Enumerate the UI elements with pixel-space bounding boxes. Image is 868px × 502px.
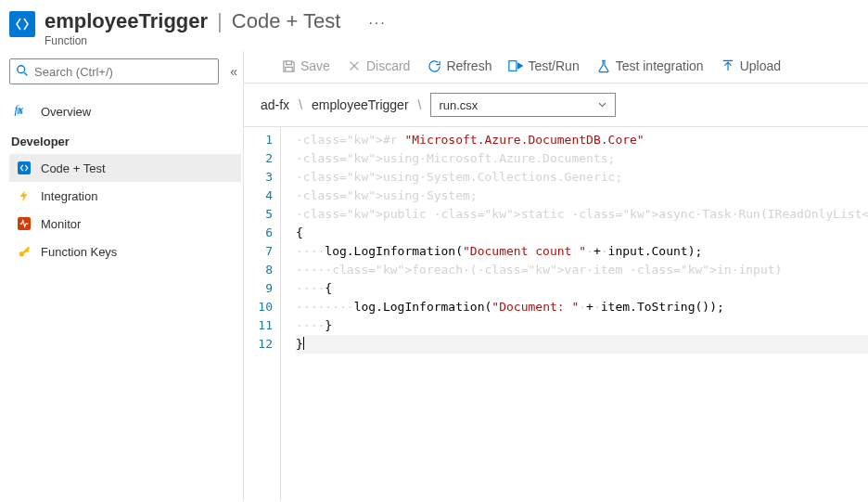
chevron-down-icon bbox=[597, 98, 607, 112]
line-number-gutter: 123456789101112 bbox=[244, 127, 281, 501]
sidebar-item-label: Monitor bbox=[41, 217, 81, 231]
sidebar-item-label: Overview bbox=[41, 105, 91, 119]
search-input[interactable] bbox=[34, 65, 212, 79]
toolbar: Save Discard Refresh Test/Run bbox=[244, 51, 868, 84]
more-actions-button[interactable]: ··· bbox=[368, 15, 386, 32]
key-icon bbox=[17, 244, 32, 259]
breadcrumb-function[interactable]: employeeTrigger bbox=[312, 97, 409, 112]
page-subtitle: Code + Test bbox=[232, 9, 341, 33]
upload-button[interactable]: Upload bbox=[721, 58, 781, 73]
toolbar-label: Refresh bbox=[446, 58, 491, 73]
code-editor[interactable]: 123456789101112 ·class="kw">#r "Microsof… bbox=[244, 126, 868, 501]
save-icon bbox=[281, 58, 296, 73]
discard-button[interactable]: Discard bbox=[347, 58, 410, 73]
sidebar-item-label: Function Keys bbox=[41, 245, 117, 259]
monitor-icon bbox=[17, 216, 32, 231]
title-separator: | bbox=[217, 9, 223, 33]
svg-point-0 bbox=[18, 65, 25, 72]
sidebar-item-integration[interactable]: Integration bbox=[9, 182, 241, 210]
upload-icon bbox=[721, 58, 735, 73]
sidebar-item-function-keys[interactable]: Function Keys bbox=[9, 238, 241, 265]
save-button[interactable]: Save bbox=[281, 58, 330, 73]
breadcrumb-separator: \ bbox=[418, 97, 422, 112]
test-run-button[interactable]: Test/Run bbox=[508, 58, 579, 73]
sidebar-section-developer: Developer bbox=[9, 125, 243, 154]
overview-icon: fx bbox=[17, 104, 32, 119]
flask-icon bbox=[596, 58, 611, 73]
sidebar-item-overview[interactable]: fx Overview bbox=[9, 97, 241, 125]
code-area[interactable]: ·class="kw">#r "Microsoft.Azure.Document… bbox=[281, 127, 868, 501]
page-category: Function bbox=[45, 34, 340, 47]
blade-header: employeeTrigger | Code + Test Function ·… bbox=[0, 0, 868, 51]
discard-icon bbox=[347, 58, 362, 73]
toolbar-label: Test/Run bbox=[528, 58, 579, 73]
toolbar-label: Discard bbox=[366, 58, 410, 73]
test-integration-button[interactable]: Test integration bbox=[596, 58, 704, 73]
sidebar-item-label: Integration bbox=[41, 189, 97, 203]
search-icon bbox=[16, 64, 29, 80]
sidebar-item-monitor[interactable]: Monitor bbox=[9, 210, 241, 238]
file-select-value: run.csx bbox=[439, 98, 478, 112]
breadcrumb-app[interactable]: ad-fx bbox=[261, 97, 289, 112]
svg-rect-2 bbox=[509, 61, 517, 71]
breadcrumb-separator: \ bbox=[299, 97, 302, 112]
toolbar-label: Upload bbox=[740, 58, 781, 73]
toolbar-label: Save bbox=[300, 58, 330, 73]
toolbar-label: Test integration bbox=[616, 58, 704, 73]
lightning-icon bbox=[17, 188, 32, 203]
refresh-icon bbox=[427, 58, 441, 73]
code-icon bbox=[17, 161, 32, 175]
testrun-icon bbox=[508, 58, 523, 73]
file-select-dropdown[interactable]: run.csx bbox=[430, 93, 616, 117]
function-icon bbox=[9, 11, 35, 37]
collapse-sidebar-button[interactable]: « bbox=[230, 64, 237, 79]
sidebar-item-code-test[interactable]: Code + Test bbox=[9, 154, 241, 182]
sidebar: « fx Overview Developer Code + Test Inte… bbox=[0, 51, 243, 501]
main-panel: Save Discard Refresh Test/Run bbox=[243, 51, 868, 501]
sidebar-item-label: Code + Test bbox=[41, 161, 106, 175]
search-input-wrap[interactable] bbox=[9, 58, 219, 84]
refresh-button[interactable]: Refresh bbox=[427, 58, 491, 73]
page-title: employeeTrigger bbox=[45, 9, 208, 33]
breadcrumb: ad-fx \ employeeTrigger \ run.csx bbox=[244, 84, 868, 126]
